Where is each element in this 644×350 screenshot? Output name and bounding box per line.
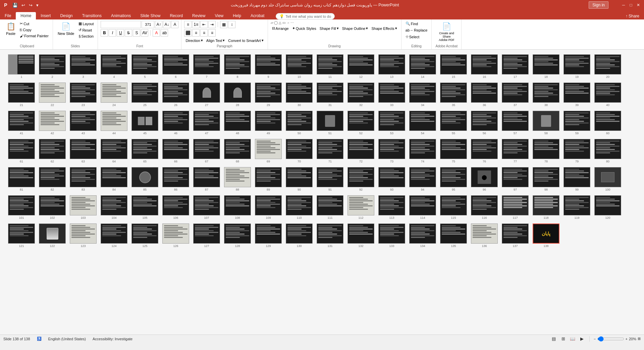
line-spacing-button[interactable]: ↕ <box>228 21 235 28</box>
slide-item-119[interactable]: 119 <box>562 194 592 221</box>
slide-item-1[interactable]: 1 <box>7 53 36 80</box>
slide-item-115[interactable]: 115 <box>439 194 468 221</box>
slide-item-23[interactable]: 23 <box>68 81 98 108</box>
find-button[interactable]: 🔍 Find <box>404 21 419 27</box>
slide-item-99[interactable]: 99 <box>562 166 592 193</box>
select-button[interactable]: ⊹ Select <box>404 34 421 40</box>
slide-item-19[interactable]: 19 <box>562 53 592 80</box>
slide-item-25[interactable]: 25 <box>130 81 160 108</box>
slide-item-6[interactable]: 6 <box>161 53 191 80</box>
increase-font-button[interactable]: A↑ <box>155 21 162 28</box>
slide-item-16[interactable]: 16 <box>470 53 499 80</box>
slide-item-80[interactable]: 80 <box>593 138 623 164</box>
slide-item-37[interactable]: 37 <box>500 81 530 108</box>
slide-item-123[interactable]: 123 <box>68 222 98 249</box>
slide-item-5[interactable]: 5 <box>130 53 160 80</box>
slide-item-55[interactable]: 55 <box>439 109 468 136</box>
slide-item-76[interactable]: 76 <box>470 138 499 164</box>
align-center-button[interactable]: ≡ <box>192 29 200 37</box>
slide-item-135[interactable]: 135 <box>439 222 468 249</box>
slide-item-12[interactable]: 12 <box>346 53 376 80</box>
slide-item-15[interactable]: 15 <box>439 53 468 80</box>
undo-icon[interactable]: ↩ <box>20 2 26 8</box>
layout-button[interactable]: ▦ Layout <box>77 21 95 27</box>
slide-item-101[interactable]: 101 <box>7 194 36 221</box>
underline-button[interactable]: U <box>117 29 124 37</box>
slide-item-52[interactable]: 52 <box>346 109 376 136</box>
slide-item-102[interactable]: 102 <box>38 194 67 221</box>
slide-item-49[interactable]: 49 <box>254 109 283 136</box>
slide-item-41[interactable]: 41 <box>7 109 36 136</box>
slide-item-27[interactable]: 27 <box>192 81 221 108</box>
slide-item-40[interactable]: 40 <box>593 81 623 108</box>
slide-item-17[interactable]: 17 <box>500 53 530 80</box>
slide-item-77[interactable]: 77 <box>500 138 530 164</box>
slide-item-67[interactable]: 67 <box>192 138 221 164</box>
slide-item-51[interactable]: 51 <box>315 109 345 136</box>
slide-item-107[interactable]: 107 <box>192 194 221 221</box>
slide-item-62[interactable]: 62 <box>38 138 67 164</box>
slide-item-104[interactable]: 104 <box>99 194 129 221</box>
tab-review[interactable]: Review <box>187 12 210 19</box>
align-left-button[interactable]: ⬛ <box>184 29 192 37</box>
slide-item-120[interactable]: 120 <box>593 194 623 221</box>
slide-item-28[interactable]: 28 <box>223 81 252 108</box>
indent-increase-button[interactable]: ⇥ <box>208 21 216 28</box>
slide-item-9[interactable]: 9 <box>254 53 283 80</box>
slide-item-114[interactable]: 114 <box>408 194 437 221</box>
indent-decrease-button[interactable]: ⇤ <box>200 21 208 28</box>
italic-button[interactable]: I <box>109 29 116 37</box>
columns-button[interactable]: ▦ <box>220 21 227 28</box>
slide-item-82[interactable]: 82 <box>38 166 67 193</box>
slide-item-70[interactable]: 70 <box>284 138 314 164</box>
slide-item-96[interactable]: ⬤96 <box>470 166 499 193</box>
slide-item-58[interactable]: 58 <box>531 109 561 136</box>
strikethrough-button[interactable]: S̶ <box>125 29 132 37</box>
slide-item-8[interactable]: 8 <box>223 53 252 80</box>
align-right-button[interactable]: ≡ <box>200 29 208 37</box>
slide-item-78[interactable]: 78 <box>531 138 561 164</box>
slide-item-113[interactable]: 113 <box>377 194 407 221</box>
slide-item-89[interactable]: 89 <box>254 166 283 193</box>
tab-view[interactable]: View <box>210 12 228 19</box>
slide-item-131[interactable]: 131 <box>315 222 345 249</box>
slide-item-64[interactable]: 64 <box>99 138 129 164</box>
slide-item-98[interactable]: 98 <box>531 166 561 193</box>
slide-item-116[interactable]: 116 <box>470 194 499 221</box>
pp-logo[interactable]: P <box>3 2 9 8</box>
new-slide-button[interactable]: 📄 New Slide <box>56 21 76 37</box>
slides-panel[interactable]: 1234567891011121314151617181920212223242… <box>0 50 644 335</box>
slide-item-83[interactable]: 83 <box>68 166 98 193</box>
slide-item-35[interactable]: 35 <box>439 81 468 108</box>
slide-item-81[interactable]: 81 <box>7 166 36 193</box>
slide-item-111[interactable]: 111 <box>315 194 345 221</box>
slide-item-118[interactable]: 118 <box>531 194 561 221</box>
create-pdf-button[interactable]: 📄 Create and ShareAdobe PDF <box>434 21 459 43</box>
slide-item-45[interactable]: 45 <box>130 109 160 136</box>
slide-item-13[interactable]: 13 <box>377 53 407 80</box>
slide-item-133[interactable]: 133 <box>377 222 407 249</box>
sign-in-button[interactable]: Sign in <box>589 1 608 9</box>
slide-item-38[interactable]: 38 <box>531 81 561 108</box>
slide-item-126[interactable]: 126 <box>161 222 191 249</box>
slide-item-117[interactable]: 117 <box>500 194 530 221</box>
slide-item-122[interactable]: 122 <box>38 222 67 249</box>
slide-item-112[interactable]: 112 <box>346 194 376 221</box>
slide-item-26[interactable]: 26 <box>161 81 191 108</box>
slide-item-43[interactable]: 43 <box>68 109 98 136</box>
slide-item-61[interactable]: 61 <box>7 138 36 164</box>
slide-item-87[interactable]: 87 <box>192 166 221 193</box>
slide-item-44[interactable]: 44 <box>99 109 129 136</box>
tab-acrobat[interactable]: Acrobat <box>246 12 269 19</box>
slide-item-32[interactable]: 32 <box>346 81 376 108</box>
slide-item-30[interactable]: 30 <box>284 81 314 108</box>
slide-item-3[interactable]: 3 <box>68 53 98 80</box>
shape-outline-button[interactable]: Shape Outline ▾ <box>341 26 370 31</box>
share-button[interactable]: ↑ Share <box>622 13 643 19</box>
tab-design[interactable]: Design <box>55 12 77 19</box>
slide-item-100[interactable]: 100 <box>593 166 623 193</box>
slide-item-14[interactable]: 14 <box>408 53 437 80</box>
slide-item-57[interactable]: 57 <box>500 109 530 136</box>
save-icon[interactable]: 💾 <box>11 2 19 8</box>
slide-item-60[interactable]: 60 <box>593 109 623 136</box>
